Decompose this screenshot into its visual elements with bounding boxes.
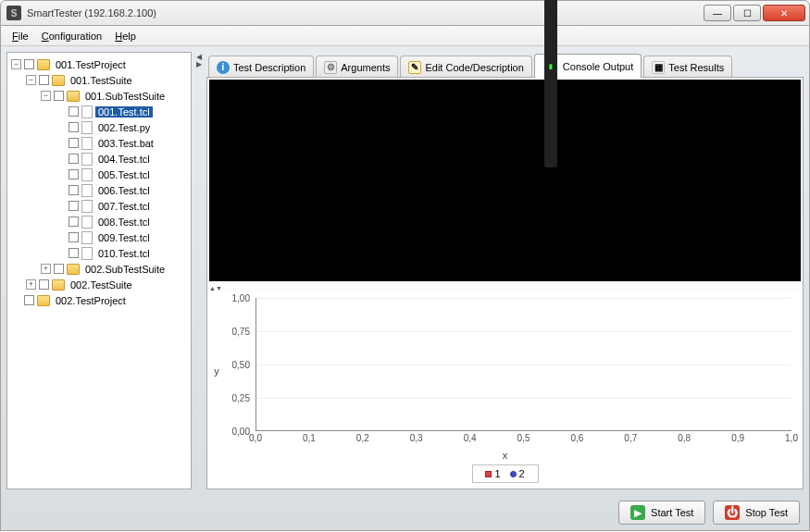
file-icon	[81, 153, 93, 166]
stop-test-button[interactable]: ⏻Stop Test	[713, 501, 800, 525]
checkbox[interactable]	[24, 59, 34, 69]
maximize-button[interactable]: ☐	[733, 5, 761, 21]
tab-test-results[interactable]: ▦Test Results	[643, 56, 732, 78]
tree-node[interactable]: 010.Test.tcl	[95, 248, 153, 259]
tab-edit-code[interactable]: ✎Edit Code/Description	[400, 56, 531, 78]
x-tick: 0,7	[624, 433, 637, 443]
tree-node[interactable]: 001.TestSuite	[68, 75, 135, 86]
tree-node[interactable]: 002.TestProject	[53, 295, 129, 306]
file-icon	[81, 231, 93, 244]
project-tree[interactable]: −001.TestProject −001.TestSuite −001.Sub…	[6, 52, 192, 489]
tab-console-output[interactable]: ▮Console Output	[534, 54, 642, 78]
legend-label: 1	[494, 468, 500, 479]
checkbox[interactable]	[24, 295, 34, 305]
horizontal-splitter[interactable]: ▲▼	[207, 283, 803, 292]
tree-node[interactable]: 006.Test.tcl	[95, 185, 153, 196]
tree-node[interactable]: 005.Test.tcl	[95, 169, 153, 180]
file-icon	[81, 121, 93, 134]
tree-node[interactable]: 008.Test.tcl	[95, 217, 153, 228]
tree-node[interactable]: 002.TestSuite	[68, 279, 135, 291]
y-tick: 0,75	[232, 327, 250, 337]
app-icon: S	[6, 6, 21, 20]
button-label: Start Test	[651, 507, 693, 518]
checkbox[interactable]	[69, 106, 79, 117]
checkbox[interactable]	[69, 248, 79, 258]
checkbox[interactable]	[39, 279, 49, 290]
menu-configuration[interactable]: Configuration	[36, 29, 107, 43]
chart-legend: 1 2	[472, 464, 539, 483]
folder-icon	[37, 59, 50, 70]
tree-node[interactable]: 003.Test.bat	[95, 138, 156, 149]
bottom-bar: ▶Start Test ⏻Stop Test	[1, 495, 809, 530]
info-icon: i	[217, 61, 230, 74]
x-tick: 0,8	[678, 433, 691, 443]
tree-node-selected[interactable]: 001.Test.tcl	[95, 106, 153, 118]
checkbox[interactable]	[69, 138, 79, 148]
vertical-splitter[interactable]: ◀ ▶	[195, 52, 203, 489]
chevron-down-icon[interactable]: ▼	[216, 285, 222, 291]
folder-icon	[37, 295, 50, 306]
checkbox[interactable]	[69, 232, 79, 242]
chevron-right-icon[interactable]: ▶	[196, 61, 202, 68]
x-axis-label: x	[209, 450, 801, 463]
tab-arguments[interactable]: ⚙Arguments	[316, 56, 398, 78]
button-label: Stop Test	[745, 507, 788, 518]
x-tick: 0,6	[570, 433, 583, 443]
checkbox[interactable]	[69, 169, 79, 179]
tree-node[interactable]: 002.SubTestSuite	[82, 264, 168, 275]
x-tick: 0,5	[517, 433, 530, 443]
plot-area[interactable]	[255, 298, 791, 431]
menu-file[interactable]: File	[6, 29, 34, 43]
console-output[interactable]	[209, 80, 801, 281]
x-tick: 0,2	[356, 433, 369, 443]
results-icon: ▦	[652, 61, 665, 74]
y-tick: 0,50	[232, 360, 250, 370]
close-button[interactable]: ✕	[763, 5, 805, 21]
console-icon: ▮	[544, 0, 557, 167]
file-icon	[81, 184, 93, 197]
checkbox[interactable]	[54, 91, 64, 101]
checkbox[interactable]	[39, 75, 49, 85]
start-test-button[interactable]: ▶Start Test	[618, 501, 705, 525]
file-icon	[81, 200, 93, 213]
x-tick: 0,4	[464, 433, 477, 443]
expand-icon[interactable]: −	[11, 59, 21, 69]
chart-panel: y 0,000,250,500,751,00 0,00,10,20,30,40,…	[209, 292, 801, 487]
expand-icon[interactable]: +	[41, 264, 51, 274]
folder-icon	[52, 279, 65, 291]
checkbox[interactable]	[69, 122, 79, 132]
minimize-button[interactable]: —	[704, 5, 731, 21]
file-icon	[81, 168, 93, 181]
tree-node[interactable]: 009.Test.tcl	[95, 232, 153, 243]
x-tick: 0,0	[249, 433, 262, 443]
tab-test-description[interactable]: iTest Description	[208, 56, 314, 78]
expand-icon[interactable]: −	[41, 91, 51, 101]
menu-help[interactable]: Help	[109, 29, 142, 43]
tree-node[interactable]: 002.Test.py	[95, 122, 153, 133]
checkbox[interactable]	[69, 217, 79, 227]
tab-label: Test Results	[668, 62, 724, 73]
checkbox[interactable]	[69, 201, 79, 211]
y-tick: 1,00	[232, 293, 250, 303]
expand-icon[interactable]: −	[26, 75, 36, 85]
content-area: ▲▼ y 0,000,250,500,751,00 0,00,10,20,30,…	[206, 77, 804, 489]
checkbox[interactable]	[69, 185, 79, 195]
tree-node[interactable]: 001.TestProject	[53, 59, 129, 70]
file-icon	[81, 105, 93, 118]
file-icon	[81, 216, 93, 229]
tab-label: Console Output	[563, 61, 633, 72]
play-icon: ▶	[630, 505, 645, 520]
legend-marker-2	[510, 471, 517, 477]
expand-icon[interactable]: +	[26, 279, 36, 290]
menu-bar: File Configuration Help	[1, 26, 809, 46]
folder-icon	[52, 75, 65, 86]
checkbox[interactable]	[54, 264, 64, 274]
tree-node[interactable]: 001.SubTestSuite	[82, 91, 168, 102]
chevron-up-icon[interactable]: ▲	[209, 285, 216, 291]
checkbox[interactable]	[69, 154, 79, 164]
tree-node[interactable]: 007.Test.tcl	[95, 201, 153, 212]
tab-label: Test Description	[233, 62, 305, 73]
tree-node[interactable]: 004.Test.tcl	[95, 154, 153, 165]
x-tick: 0,9	[731, 433, 744, 443]
legend-label: 2	[519, 468, 525, 479]
